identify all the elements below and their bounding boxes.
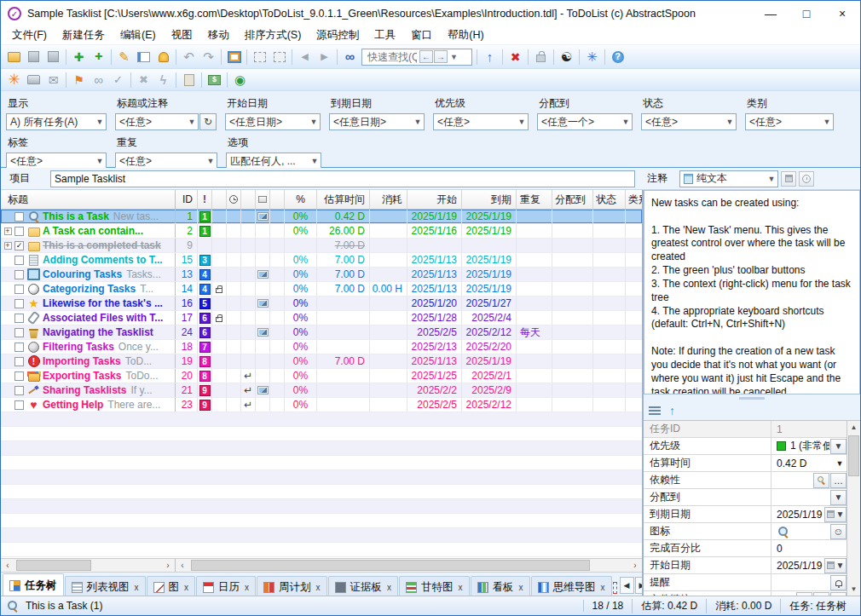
flag-task-icon[interactable]	[69, 71, 89, 89]
scroll-track[interactable]	[189, 559, 628, 572]
go-web-icon[interactable]	[230, 71, 250, 89]
tab-calendar[interactable]: 日历	[196, 576, 256, 597]
project-title-input[interactable]	[50, 170, 635, 187]
new-task-icon[interactable]	[69, 48, 89, 66]
filter-tags-combo[interactable]: <任意>▼	[6, 153, 107, 170]
open-tasklist-icon[interactable]	[4, 48, 24, 66]
tab-evidence-board[interactable]: 证据板	[328, 576, 399, 597]
menu-item-0[interactable]: 文件(F)	[4, 28, 55, 43]
scroll-right-icon[interactable]: ›	[161, 559, 175, 572]
task-row[interactable]: Likewise for the task's ...1650%2025/1/2…	[1, 296, 642, 311]
attribute-row-start-date[interactable]: 开始日期2025/1/19▼	[644, 557, 847, 574]
task-checkbox[interactable]	[14, 299, 24, 308]
column-header-due[interactable]: 到期	[462, 190, 517, 209]
column-header-id[interactable]: ID	[176, 190, 198, 209]
menu-item-4[interactable]: 移动	[200, 28, 237, 43]
task-comments[interactable]: New tasks can be created using: 1. The '…	[644, 190, 860, 394]
columns-hscrollbar[interactable]: ‹ ›	[176, 559, 642, 572]
tab-close-icon[interactable]	[601, 583, 605, 592]
chevron-down-icon[interactable]: ▼	[450, 53, 458, 61]
scroll-thumb[interactable]	[16, 560, 91, 571]
attribute-vscrollbar[interactable]: ▲ ▼	[847, 421, 860, 596]
task-row[interactable]: Colouring TasksTasks...1340%7.00 D2025/1…	[1, 268, 642, 282]
quick-find-box[interactable]: ←→▼	[361, 49, 472, 66]
quick-find-input[interactable]	[366, 50, 419, 64]
filter-start-date-combo[interactable]: <任意日期>▼	[225, 113, 321, 130]
scroll-left-icon[interactable]: ‹	[1, 559, 14, 572]
tab-close-icon[interactable]	[135, 583, 139, 592]
menu-item-9[interactable]: 帮助(H)	[440, 28, 491, 43]
tab-close-icon[interactable]	[387, 583, 391, 592]
scroll-thumb[interactable]	[848, 435, 859, 476]
task-row[interactable]: Getting HelpThere are...2390%2025/2/5202…	[1, 398, 642, 412]
send-email-icon[interactable]	[43, 71, 63, 89]
attribute-row-task-id[interactable]: 任务ID1	[644, 421, 847, 438]
menu-item-3[interactable]: 视图	[164, 28, 200, 43]
task-row[interactable]: +✓This is a completed task97.00 D	[1, 239, 642, 253]
preferences-icon[interactable]	[582, 48, 602, 66]
spell-check-icon[interactable]	[108, 71, 128, 89]
column-header-assigned[interactable]: 分配到	[552, 190, 593, 209]
dependency-edit-button[interactable]	[830, 473, 847, 488]
calendar-button[interactable]: ▼	[824, 507, 847, 522]
task-row[interactable]: Exporting TasksToDo...2080%2025/1/252025…	[1, 369, 642, 383]
attribute-row-assigned-to[interactable]: 分配到▼	[644, 489, 847, 506]
insert-time-button[interactable]	[799, 171, 814, 187]
save-all-icon[interactable]	[43, 48, 63, 66]
sort-attributes-icon[interactable]	[669, 403, 675, 418]
goto-prev-task-icon[interactable]	[295, 48, 315, 66]
tab-close-icon[interactable]	[459, 583, 463, 592]
filter-show-combo[interactable]: A) 所有任务(A)▼	[6, 113, 107, 130]
attach-link-icon[interactable]	[89, 71, 108, 89]
task-checkbox[interactable]	[14, 256, 24, 265]
tab-close-icon[interactable]	[316, 583, 321, 592]
view-log-icon[interactable]	[179, 71, 199, 89]
scroll-track[interactable]	[847, 434, 860, 583]
scroll-down-icon[interactable]: ▼	[847, 583, 860, 596]
task-checkbox[interactable]	[14, 285, 24, 294]
column-header-status[interactable]: 状态	[593, 190, 626, 209]
redo-icon[interactable]	[199, 48, 218, 66]
attribute-row-reminder[interactable]: 提醒	[644, 574, 847, 591]
title-hscrollbar[interactable]: ‹ ›	[1, 559, 176, 572]
menu-item-1[interactable]: 新建任务	[55, 28, 113, 43]
task-row[interactable]: Sharing TasklistsIf y...2190%2025/2/2202…	[1, 383, 642, 398]
filter-refresh-button[interactable]: ↻	[199, 113, 217, 130]
attribute-row-priority[interactable]: 优先级1 (非常低)▼	[644, 438, 847, 455]
menu-item-6[interactable]: 源码控制	[309, 28, 367, 43]
filter-status-combo[interactable]: <任意>▼	[641, 113, 737, 130]
tab-scroll-right-icon[interactable]: ▶	[635, 577, 643, 594]
task-checkbox[interactable]	[14, 227, 24, 236]
column-header-file[interactable]	[256, 190, 270, 209]
maximize-button[interactable]: □	[789, 1, 824, 26]
filter-options-combo[interactable]: 匹配任何人, ...▼	[226, 153, 321, 170]
comments-format-combo[interactable]: 纯文本 ▼	[679, 170, 778, 187]
save-tasklist-icon[interactable]	[24, 48, 43, 66]
set-reminder-icon[interactable]	[153, 48, 173, 66]
pane-splitter[interactable]	[644, 394, 860, 401]
scroll-left-icon[interactable]: ‹	[176, 559, 189, 572]
minimize-button[interactable]: —	[753, 1, 789, 26]
task-checkbox[interactable]	[14, 371, 24, 381]
column-header-spent[interactable]: 消耗	[370, 190, 407, 209]
toggle-ui-style-icon[interactable]	[557, 48, 576, 66]
column-header-category[interactable]: 类别	[626, 190, 642, 209]
tab-close-icon[interactable]	[245, 583, 249, 592]
tab-gantt[interactable]: 甘特图	[399, 576, 470, 597]
filter-title-or-comment-combo[interactable]: <任意>▼	[115, 113, 199, 130]
tab-chart[interactable]: 图	[147, 576, 196, 597]
task-row[interactable]: Importing TasksToD...1980%7.00 D2025/1/1…	[1, 354, 642, 369]
tab-mind-map[interactable]: 思维导图	[531, 576, 612, 597]
edit-attributes-icon[interactable]	[134, 48, 153, 66]
column-header-recur[interactable]	[241, 190, 256, 209]
task-checkbox[interactable]	[14, 212, 24, 222]
maximize-mixed-icon[interactable]	[250, 48, 269, 66]
task-checkbox[interactable]	[14, 314, 24, 323]
scroll-thumb[interactable]	[191, 560, 590, 571]
task-row[interactable]: This is a TaskNew tas...110%0.42 D2025/1…	[1, 210, 642, 224]
column-header-time[interactable]	[227, 190, 241, 209]
edit-title-icon[interactable]	[114, 48, 134, 66]
tab-kanban[interactable]: 看板	[471, 576, 530, 597]
filter-due-date-combo[interactable]: <任意日期>▼	[329, 113, 425, 130]
scroll-up-icon[interactable]: ▲	[847, 421, 860, 434]
